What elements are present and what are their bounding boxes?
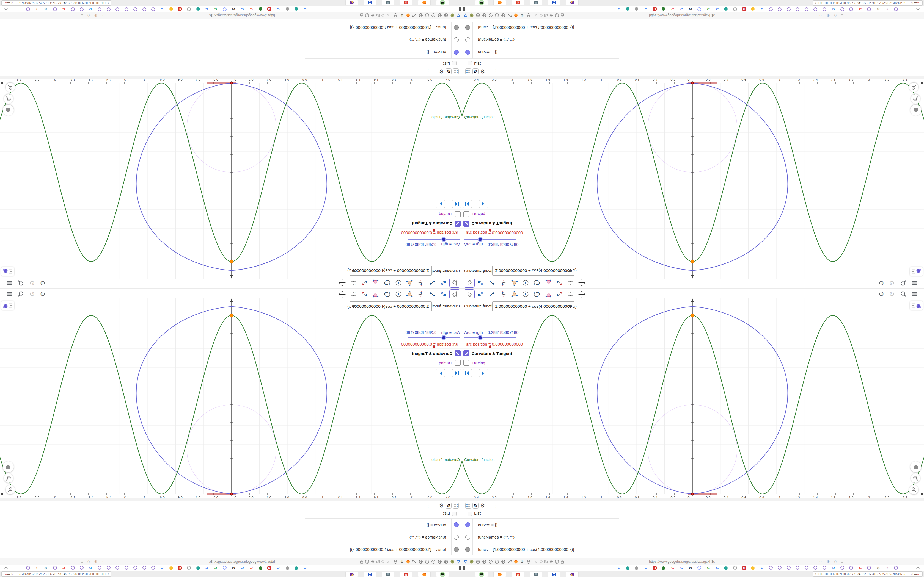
circle-icon[interactable]: ○ — [102, 559, 105, 564]
bookmark-favicon[interactable]: G — [61, 566, 66, 570]
bookmark-favicon[interactable] — [751, 566, 754, 570]
algebra-row-curves[interactable]: curves = {} — [462, 46, 619, 58]
curvature-tangent-checkbox[interactable] — [464, 350, 469, 356]
zoom-in-icon[interactable] — [911, 94, 920, 103]
skip-end-button[interactable] — [479, 200, 488, 208]
bookmark-favicon[interactable]: G — [858, 7, 863, 11]
square-icon[interactable]: □ — [841, 13, 843, 18]
bookmark-favicon[interactable]: f — [35, 7, 39, 11]
visibility-marble[interactable] — [454, 37, 459, 42]
visibility-marble[interactable] — [454, 50, 459, 55]
paraglider-icon[interactable] — [463, 559, 467, 564]
system-monitor[interactable]: ↕ 0.06 0.00 0.17 0.89 20 263 721 34 187 … — [813, 571, 922, 577]
algebra-row-funcNames[interactable]: funcNames = {"", ""} — [305, 531, 462, 543]
drag-handle[interactable] — [464, 7, 465, 11]
lock-icon[interactable] — [560, 13, 565, 18]
perpendicular-tool[interactable] — [498, 278, 509, 288]
visibility-marble[interactable] — [454, 25, 459, 30]
bookmark-favicon[interactable] — [107, 7, 111, 11]
bookmark-favicon[interactable]: D — [88, 566, 93, 570]
chevron-down-icon[interactable] — [568, 305, 572, 308]
lock-icon[interactable] — [560, 559, 565, 564]
bookmark-favicon[interactable] — [635, 7, 638, 11]
bookmark-favicon[interactable]: W — [231, 7, 236, 11]
ellipse-tool[interactable] — [531, 278, 542, 288]
bookmark-favicon[interactable] — [142, 566, 146, 570]
bookmark-favicon[interactable] — [787, 7, 791, 11]
circle-tool[interactable] — [520, 278, 531, 288]
globe-icon[interactable] — [482, 559, 486, 564]
zoom-out-icon[interactable] — [909, 83, 919, 92]
bookmark-favicon[interactable] — [813, 7, 817, 11]
globe-icon[interactable] — [444, 559, 448, 564]
url-text[interactable]: https://www.geogebra.org/classic/aagcxh3… — [187, 560, 297, 564]
bookmark-favicon[interactable] — [116, 7, 120, 11]
owl-app-tile[interactable] — [566, 572, 578, 577]
bookmark-favicon[interactable]: G — [670, 566, 675, 570]
menu-icon[interactable] — [5, 279, 14, 287]
bookmark-favicon[interactable] — [867, 7, 871, 11]
bookmark-favicon[interactable] — [124, 7, 128, 11]
skip-start-button[interactable] — [462, 200, 472, 208]
chevron-up-icon[interactable] — [916, 566, 920, 569]
bookmark-favicon[interactable] — [170, 566, 173, 570]
bookmark-favicon[interactable] — [80, 566, 84, 570]
monitor-app-tile[interactable] — [382, 0, 394, 5]
bookmark-favicon[interactable]: G — [61, 7, 66, 11]
bookmark-favicon[interactable] — [626, 7, 630, 11]
tracing-checkbox[interactable] — [455, 359, 460, 366]
bookmark-favicon[interactable]: W — [688, 7, 693, 11]
bookmark-favicon[interactable] — [187, 7, 191, 11]
search-icon[interactable] — [16, 290, 25, 298]
gear-icon[interactable]: ⚙ — [438, 503, 444, 509]
reflect-tool[interactable] — [554, 278, 565, 288]
graphics-stylebar-toggle[interactable] — [910, 301, 923, 310]
bookmark-favicon[interactable] — [71, 7, 75, 11]
globe-icon[interactable] — [393, 13, 397, 18]
chevron-up-icon[interactable] — [4, 8, 8, 11]
bookmark-favicon[interactable] — [778, 7, 782, 11]
gear-icon[interactable]: ⚙ — [827, 559, 830, 564]
floppy64-app-tile[interactable]: 64 — [548, 0, 561, 5]
bookmark-favicon[interactable]: Я — [178, 7, 182, 11]
firefox-app-tile[interactable] — [418, 0, 431, 5]
square-icon[interactable]: □ — [841, 559, 843, 564]
bookmark-favicon[interactable] — [124, 566, 128, 570]
bookmark-favicon[interactable]: G — [760, 7, 764, 11]
gear-icon[interactable]: ⚙ — [94, 559, 97, 564]
arrow-left-icon[interactable] — [370, 559, 375, 564]
settings-app-tile[interactable]: ⚙ — [400, 572, 412, 577]
skip-end-button[interactable] — [479, 369, 488, 377]
gear-icon[interactable]: ⚙ — [480, 503, 486, 509]
circle-icon[interactable]: ○ — [102, 13, 105, 18]
redo-icon[interactable]: ↻ — [888, 279, 896, 287]
bookmark-favicon[interactable] — [53, 7, 57, 11]
firefox-icon[interactable] — [406, 559, 410, 564]
firefox-icon[interactable] — [514, 13, 518, 18]
bookmark-favicon[interactable] — [733, 7, 737, 11]
gear-icon[interactable]: ⚙ — [827, 13, 830, 18]
bookmark-favicon[interactable]: f — [885, 566, 889, 570]
bookmark-favicon[interactable] — [698, 7, 701, 11]
paraglider-icon[interactable] — [463, 13, 467, 18]
visibility-marble[interactable] — [465, 547, 470, 552]
bookmark-favicon[interactable] — [724, 566, 728, 570]
tree-view-icon[interactable] — [453, 503, 459, 509]
gear-icon[interactable]: ⚙ — [400, 13, 404, 18]
bookmark-favicon[interactable]: G — [303, 7, 307, 11]
bookmark-favicon[interactable] — [733, 566, 737, 570]
bookmark-favicon[interactable] — [98, 566, 102, 570]
gear-icon[interactable]: ⚙ — [400, 559, 404, 564]
bookmark-favicon[interactable]: G — [303, 566, 307, 570]
bookmark-favicon[interactable]: G — [617, 7, 621, 11]
bookmark-favicon[interactable] — [796, 7, 800, 11]
bookmark-favicon[interactable] — [724, 7, 728, 11]
bookmark-favicon[interactable]: ⚙ — [876, 7, 880, 11]
shield-icon[interactable] — [365, 13, 369, 18]
system-monitor[interactable]: ↕ 0.06 0.00 0.17 0.89 20 263 721 34 187 … — [2, 571, 111, 577]
monitor-app-tile[interactable] — [530, 0, 542, 5]
bookmark-favicon[interactable] — [295, 566, 298, 570]
bookmark-favicon[interactable]: W — [688, 566, 693, 570]
redo-icon[interactable]: ↻ — [888, 290, 896, 298]
bookmark-favicon[interactable] — [196, 566, 200, 570]
